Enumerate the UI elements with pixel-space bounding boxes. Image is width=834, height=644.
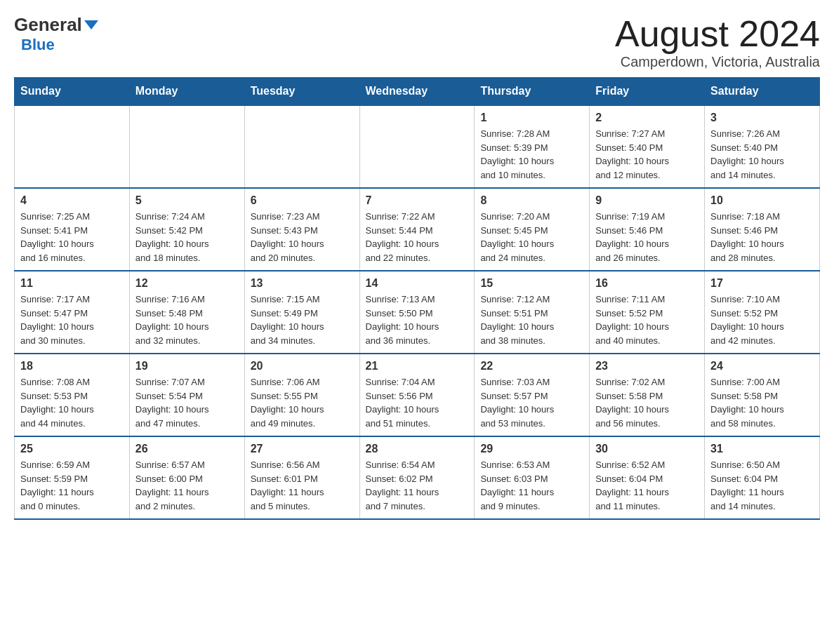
day-info: Sunrise: 7:20 AM Sunset: 5:45 PM Dayligh…: [480, 210, 583, 264]
day-info: Sunrise: 7:25 AM Sunset: 5:41 PM Dayligh…: [20, 210, 124, 264]
day-info: Sunrise: 7:24 AM Sunset: 5:42 PM Dayligh…: [135, 210, 239, 264]
day-number: 14: [366, 277, 469, 290]
day-number: 16: [595, 277, 699, 290]
calendar-cell: 4Sunrise: 7:25 AM Sunset: 5:41 PM Daylig…: [15, 188, 130, 271]
day-header-thursday: Thursday: [475, 78, 590, 106]
day-header-sunday: Sunday: [15, 78, 130, 106]
day-header-friday: Friday: [590, 78, 705, 106]
day-header-wednesday: Wednesday: [359, 78, 475, 106]
day-number: 27: [251, 443, 354, 455]
day-info: Sunrise: 7:07 AM Sunset: 5:54 PM Dayligh…: [135, 375, 239, 430]
calendar-cell: 12Sunrise: 7:16 AM Sunset: 5:48 PM Dayli…: [129, 271, 244, 354]
day-info: Sunrise: 7:03 AM Sunset: 5:57 PM Dayligh…: [480, 375, 583, 430]
day-number: 6: [251, 194, 354, 207]
day-number: 8: [480, 194, 583, 207]
day-info: Sunrise: 7:15 AM Sunset: 5:49 PM Dayligh…: [251, 293, 354, 347]
day-info: Sunrise: 7:22 AM Sunset: 5:44 PM Dayligh…: [366, 210, 469, 264]
calendar-cell: [15, 105, 130, 188]
day-info: Sunrise: 7:06 AM Sunset: 5:55 PM Dayligh…: [251, 375, 354, 430]
calendar-cell: 22Sunrise: 7:03 AM Sunset: 5:57 PM Dayli…: [475, 354, 590, 436]
day-header-saturday: Saturday: [705, 78, 820, 106]
calendar-cell: 15Sunrise: 7:12 AM Sunset: 5:51 PM Dayli…: [475, 271, 590, 354]
day-number: 7: [366, 194, 469, 207]
calendar-cell: [129, 105, 244, 188]
calendar-cell: 16Sunrise: 7:11 AM Sunset: 5:52 PM Dayli…: [590, 271, 705, 354]
day-info: Sunrise: 7:27 AM Sunset: 5:40 PM Dayligh…: [595, 127, 699, 182]
day-info: Sunrise: 7:19 AM Sunset: 5:46 PM Dayligh…: [595, 210, 699, 264]
day-info: Sunrise: 6:54 AM Sunset: 6:02 PM Dayligh…: [366, 458, 469, 513]
calendar-cell: 17Sunrise: 7:10 AM Sunset: 5:52 PM Dayli…: [705, 271, 820, 354]
calendar-cell: 6Sunrise: 7:23 AM Sunset: 5:43 PM Daylig…: [244, 188, 359, 271]
calendar-cell: 10Sunrise: 7:18 AM Sunset: 5:46 PM Dayli…: [705, 188, 820, 271]
calendar-cell: 21Sunrise: 7:04 AM Sunset: 5:56 PM Dayli…: [359, 354, 475, 436]
calendar-cell: 27Sunrise: 6:56 AM Sunset: 6:01 PM Dayli…: [244, 436, 359, 519]
calendar-cell: 8Sunrise: 7:20 AM Sunset: 5:45 PM Daylig…: [475, 188, 590, 271]
day-number: 3: [710, 112, 814, 124]
logo-triangle-icon: [84, 20, 98, 29]
day-info: Sunrise: 7:23 AM Sunset: 5:43 PM Dayligh…: [251, 210, 354, 264]
day-number: 13: [251, 277, 354, 290]
calendar-cell: 28Sunrise: 6:54 AM Sunset: 6:02 PM Dayli…: [359, 436, 475, 519]
day-info: Sunrise: 7:13 AM Sunset: 5:50 PM Dayligh…: [366, 293, 469, 347]
calendar-cell: 29Sunrise: 6:53 AM Sunset: 6:03 PM Dayli…: [475, 436, 590, 519]
day-info: Sunrise: 7:10 AM Sunset: 5:52 PM Dayligh…: [710, 293, 814, 347]
day-info: Sunrise: 6:59 AM Sunset: 5:59 PM Dayligh…: [20, 458, 124, 513]
calendar-week-row: 25Sunrise: 6:59 AM Sunset: 5:59 PM Dayli…: [15, 436, 820, 519]
day-header-monday: Monday: [129, 78, 244, 106]
day-info: Sunrise: 7:18 AM Sunset: 5:46 PM Dayligh…: [710, 210, 814, 264]
day-number: 28: [366, 443, 469, 455]
calendar-cell: 5Sunrise: 7:24 AM Sunset: 5:42 PM Daylig…: [129, 188, 244, 271]
calendar-cell: 19Sunrise: 7:07 AM Sunset: 5:54 PM Dayli…: [129, 354, 244, 436]
day-number: 20: [251, 360, 354, 373]
day-info: Sunrise: 7:00 AM Sunset: 5:58 PM Dayligh…: [710, 375, 814, 430]
calendar-cell: 9Sunrise: 7:19 AM Sunset: 5:46 PM Daylig…: [590, 188, 705, 271]
day-info: Sunrise: 7:08 AM Sunset: 5:53 PM Dayligh…: [20, 375, 124, 430]
day-info: Sunrise: 7:11 AM Sunset: 5:52 PM Dayligh…: [595, 293, 699, 347]
day-number: 22: [480, 360, 583, 373]
day-header-tuesday: Tuesday: [244, 78, 359, 106]
location-label: Camperdown, Victoria, Australia: [615, 54, 820, 70]
calendar-cell: 26Sunrise: 6:57 AM Sunset: 6:00 PM Dayli…: [129, 436, 244, 519]
calendar-cell: 3Sunrise: 7:26 AM Sunset: 5:40 PM Daylig…: [705, 105, 820, 188]
calendar-cell: 30Sunrise: 6:52 AM Sunset: 6:04 PM Dayli…: [590, 436, 705, 519]
calendar-week-row: 11Sunrise: 7:17 AM Sunset: 5:47 PM Dayli…: [15, 271, 820, 354]
day-info: Sunrise: 7:16 AM Sunset: 5:48 PM Dayligh…: [135, 293, 239, 347]
day-info: Sunrise: 7:12 AM Sunset: 5:51 PM Dayligh…: [480, 293, 583, 347]
day-number: 9: [595, 194, 699, 207]
day-info: Sunrise: 6:53 AM Sunset: 6:03 PM Dayligh…: [480, 458, 583, 513]
day-number: 10: [710, 194, 814, 207]
calendar-cell: 20Sunrise: 7:06 AM Sunset: 5:55 PM Dayli…: [244, 354, 359, 436]
day-info: Sunrise: 7:04 AM Sunset: 5:56 PM Dayligh…: [366, 375, 469, 430]
calendar-cell: 13Sunrise: 7:15 AM Sunset: 5:49 PM Dayli…: [244, 271, 359, 354]
calendar-cell: 23Sunrise: 7:02 AM Sunset: 5:58 PM Dayli…: [590, 354, 705, 436]
calendar-header-row: SundayMondayTuesdayWednesdayThursdayFrid…: [15, 78, 820, 106]
day-info: Sunrise: 7:17 AM Sunset: 5:47 PM Dayligh…: [20, 293, 124, 347]
day-number: 2: [595, 112, 699, 124]
logo-general-text: General: [14, 14, 82, 36]
calendar-cell: 1Sunrise: 7:28 AM Sunset: 5:39 PM Daylig…: [475, 105, 590, 188]
day-number: 15: [480, 277, 583, 290]
calendar-cell: 7Sunrise: 7:22 AM Sunset: 5:44 PM Daylig…: [359, 188, 475, 271]
calendar-cell: 11Sunrise: 7:17 AM Sunset: 5:47 PM Dayli…: [15, 271, 130, 354]
day-number: 19: [135, 360, 239, 373]
day-number: 31: [710, 443, 814, 455]
day-number: 5: [135, 194, 239, 207]
day-info: Sunrise: 6:56 AM Sunset: 6:01 PM Dayligh…: [251, 458, 354, 513]
calendar-cell: 14Sunrise: 7:13 AM Sunset: 5:50 PM Dayli…: [359, 271, 475, 354]
day-number: 23: [595, 360, 699, 373]
day-number: 18: [20, 360, 124, 373]
day-info: Sunrise: 6:52 AM Sunset: 6:04 PM Dayligh…: [595, 458, 699, 513]
day-number: 11: [20, 277, 124, 290]
day-info: Sunrise: 6:57 AM Sunset: 6:00 PM Dayligh…: [135, 458, 239, 513]
calendar-table: SundayMondayTuesdayWednesdayThursdayFrid…: [14, 77, 820, 520]
calendar-cell: 18Sunrise: 7:08 AM Sunset: 5:53 PM Dayli…: [15, 354, 130, 436]
day-info: Sunrise: 7:26 AM Sunset: 5:40 PM Dayligh…: [710, 127, 814, 182]
day-number: 12: [135, 277, 239, 290]
day-number: 21: [366, 360, 469, 373]
calendar-cell: 25Sunrise: 6:59 AM Sunset: 5:59 PM Dayli…: [15, 436, 130, 519]
title-block: August 2024 Camperdown, Victoria, Austra…: [615, 14, 820, 70]
calendar-cell: 24Sunrise: 7:00 AM Sunset: 5:58 PM Dayli…: [705, 354, 820, 436]
calendar-cell: [359, 105, 475, 188]
logo: General Blue: [14, 14, 98, 54]
month-title: August 2024: [615, 14, 820, 54]
